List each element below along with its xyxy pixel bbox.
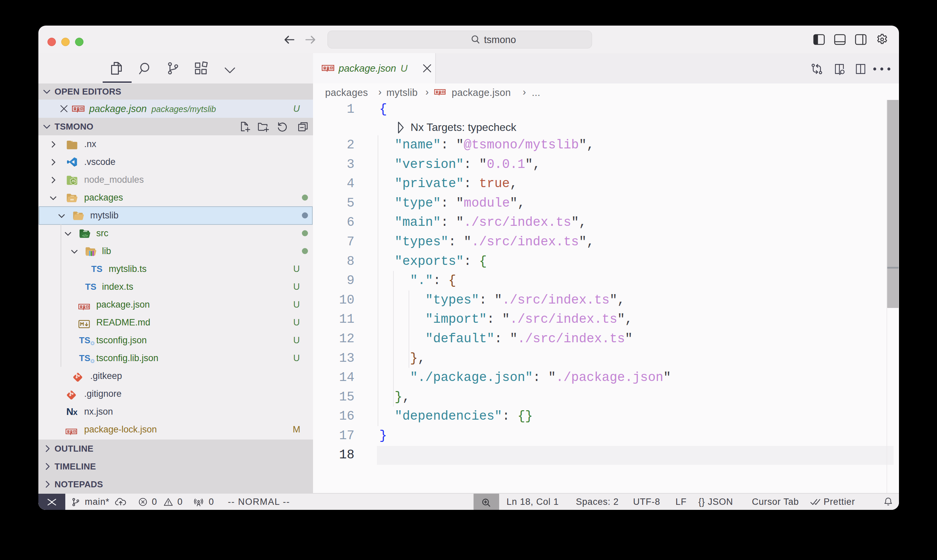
svg-text:JS: JS <box>71 179 75 183</box>
svg-text:</>: </> <box>82 234 88 238</box>
